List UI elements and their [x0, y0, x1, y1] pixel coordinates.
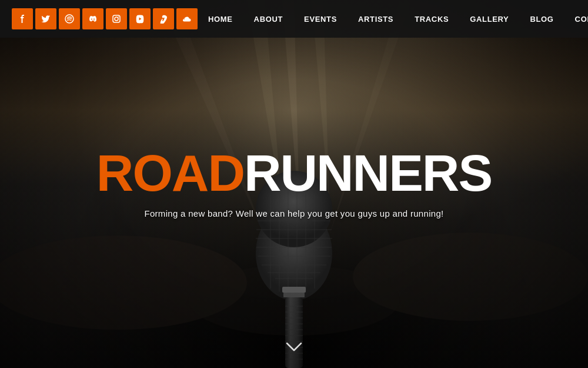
nav-artists[interactable]: ARTISTS [348, 0, 404, 38]
twitter-icon[interactable] [35, 8, 56, 29]
title-road: ROAD [96, 147, 244, 199]
svg-rect-1 [113, 15, 120, 22]
nav-links: HOME ABOUT EVENTS ARTISTS TRACKS GALLERY… [198, 0, 588, 38]
svg-point-2 [115, 17, 118, 21]
nav-tracks[interactable]: TRACKS [404, 0, 459, 38]
hero-title: ROAD RUNNERS [96, 147, 492, 199]
discord-icon[interactable] [82, 8, 103, 29]
title-runners: RUNNERS [244, 147, 492, 199]
vimeo-icon[interactable] [153, 8, 174, 29]
nav-home[interactable]: HOME [198, 0, 243, 38]
instagram-icon[interactable] [106, 8, 127, 29]
nav-events[interactable]: EVENTS [293, 0, 348, 38]
spotify-icon[interactable] [59, 8, 80, 29]
facebook-icon[interactable] [12, 8, 33, 29]
soundcloud-icon[interactable] [176, 8, 198, 29]
hero-content: ROAD RUNNERS Forming a new band? Well we… [96, 147, 492, 233]
hero-section: ROAD RUNNERS Forming a new band? Well we… [0, 0, 588, 368]
scroll-down-button[interactable] [286, 341, 302, 356]
navbar: HOME ABOUT EVENTS ARTISTS TRACKS GALLERY… [0, 0, 588, 38]
nav-gallery[interactable]: GALLERY [459, 0, 519, 38]
social-icons-group [12, 8, 198, 29]
youtube-icon[interactable] [129, 8, 151, 29]
nav-contact[interactable]: CONTACT [564, 0, 588, 38]
svg-point-3 [118, 16, 119, 18]
svg-point-0 [65, 15, 74, 23]
nav-blog[interactable]: BLOG [519, 0, 564, 38]
hero-subtitle: Forming a new band? Well we can help you… [96, 208, 492, 218]
nav-about[interactable]: ABOUT [243, 0, 293, 38]
